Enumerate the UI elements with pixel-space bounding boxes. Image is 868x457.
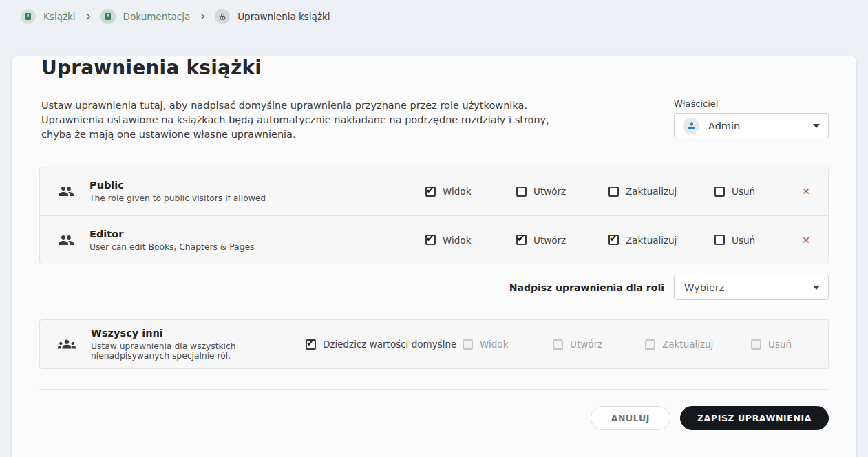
role-description: Ustaw uprawnienia dla wszystkich nienadp… xyxy=(91,341,306,361)
inherit-defaults-checkbox[interactable]: Dziedzicz wartości domyślne xyxy=(306,339,463,350)
checkbox[interactable] xyxy=(516,187,527,197)
checkbox[interactable] xyxy=(608,187,619,197)
book-icon xyxy=(100,9,116,24)
breadcrumb-item-current: Uprawnienia książki xyxy=(215,9,330,24)
checkbox[interactable] xyxy=(608,235,619,245)
role-name: Editor xyxy=(89,228,425,240)
owner-select[interactable]: Admin xyxy=(674,113,829,138)
checkbox xyxy=(645,339,655,350)
page-title: Uprawnienia książki xyxy=(41,56,827,79)
checkbox[interactable] xyxy=(425,187,436,197)
role-description: The role given to public visitors if all… xyxy=(89,193,425,203)
override-role-value: Wybierz xyxy=(684,282,813,293)
role-name: Public xyxy=(89,180,425,191)
role-description: User can edit Books, Chapters & Pages xyxy=(89,242,425,252)
avatar xyxy=(683,118,699,134)
everyone-else-box: Wszyscy inni Ustaw uprawnienia dla wszys… xyxy=(39,319,829,369)
chevron-down-icon xyxy=(813,286,820,290)
override-role-select[interactable]: Wybierz xyxy=(674,275,829,300)
breadcrumb-item-books[interactable]: Książki xyxy=(21,9,76,24)
breadcrumb-label: Dokumentacja xyxy=(123,11,191,22)
checkbox xyxy=(463,339,473,350)
everyone-else-row: Wszyscy inni Ustaw uprawnienia dla wszys… xyxy=(40,320,828,368)
permission-delete-disabled: Usuń xyxy=(751,339,794,350)
permission-view[interactable]: Widok xyxy=(425,235,516,246)
footer-divider xyxy=(39,389,829,390)
permissions-card: Uprawnienia książki Ustaw uprawnienia tu… xyxy=(12,56,856,457)
breadcrumb-label: Książki xyxy=(43,11,76,22)
group-icon xyxy=(58,232,74,248)
owner-value: Admin xyxy=(708,120,813,131)
checkbox xyxy=(751,339,761,350)
book-icon xyxy=(21,9,36,24)
chevron-right-icon xyxy=(198,12,207,21)
chevron-down-icon xyxy=(813,124,820,128)
permission-update[interactable]: Zaktualizuj xyxy=(608,186,714,197)
page-description: Ustaw uprawnienia tutaj, aby nadpisać do… xyxy=(41,98,564,142)
checkbox[interactable] xyxy=(425,235,436,245)
role-row-public: Public The role given to public visitors… xyxy=(40,167,828,215)
role-name: Wszyscy inni xyxy=(91,328,306,339)
groups-icon xyxy=(58,335,76,353)
permission-delete[interactable]: Usuń xyxy=(714,186,783,197)
description-line-1: Ustaw uprawnienia tutaj, aby nadpisać do… xyxy=(41,98,564,113)
role-row-editor: Editor User can edit Books, Chapters & P… xyxy=(40,215,828,264)
checkbox[interactable] xyxy=(714,235,725,245)
checkbox[interactable] xyxy=(714,187,725,197)
permission-update-disabled: Zaktualizuj xyxy=(645,339,751,350)
override-role-label: Nadpisz uprawnienia dla roli xyxy=(509,282,664,293)
group-icon xyxy=(58,183,74,200)
permission-delete[interactable]: Usuń xyxy=(714,235,783,246)
breadcrumb-item-dokumentacja[interactable]: Dokumentacja xyxy=(100,9,191,24)
breadcrumb: Książki Dokumentacja Uprawnienia książki xyxy=(0,0,868,33)
cancel-button[interactable]: ANULUJ xyxy=(591,406,670,430)
save-permissions-button[interactable]: ZAPISZ UPRAWNIENIA xyxy=(680,406,829,430)
permission-view-disabled: Widok xyxy=(463,339,553,350)
remove-role-icon[interactable]: ✕ xyxy=(783,186,810,197)
permission-create[interactable]: Utwórz xyxy=(516,235,608,246)
chevron-right-icon xyxy=(84,12,92,21)
permission-create[interactable]: Utwórz xyxy=(516,186,608,197)
description-line-2: Uprawnienia ustawione na książkach będą … xyxy=(41,113,564,142)
permission-create-disabled: Utwórz xyxy=(553,339,645,350)
checkbox[interactable] xyxy=(516,235,527,245)
checkbox[interactable] xyxy=(306,339,316,350)
role-permissions-list: Public The role given to public visitors… xyxy=(39,167,829,264)
permission-view[interactable]: Widok xyxy=(425,186,516,197)
checkbox xyxy=(553,339,563,350)
lock-icon xyxy=(215,9,230,24)
owner-label: Właściciel xyxy=(674,98,829,109)
remove-role-icon[interactable]: ✕ xyxy=(783,235,810,246)
permission-update[interactable]: Zaktualizuj xyxy=(608,235,714,246)
breadcrumb-label: Uprawnienia książki xyxy=(237,11,330,22)
